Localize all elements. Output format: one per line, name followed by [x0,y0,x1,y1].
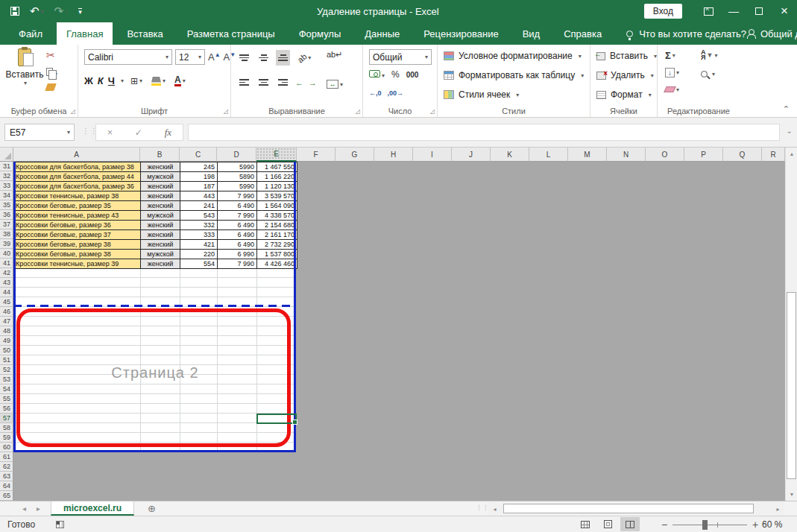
collapse-ribbon-button[interactable]: ⌃ [783,104,790,114]
increase-indent-button[interactable]: → [309,78,317,87]
dialog-launcher-icon[interactable]: ◿ [430,108,435,115]
font-color-button[interactable]: А▾ [172,73,188,89]
cell[interactable]: 5990 [218,182,257,191]
cell[interactable]: 2 732 290 [257,240,297,250]
zoom-in-button[interactable]: + [752,519,759,531]
delete-cells-button[interactable]: Удалить▾ [590,66,657,85]
number-format-combo[interactable]: Общий▾ [369,49,432,65]
row-header-34[interactable]: 34 [0,191,13,200]
page-layout-view-button[interactable] [598,517,617,531]
column-header-M[interactable]: M [568,148,607,162]
cell[interactable]: женский [141,259,180,269]
tab-scroll-splitter[interactable]: ⋮⋮ [476,504,489,511]
sheet-tab-active[interactable]: microexcel.ru [51,501,134,516]
share-button[interactable]: Общий доступ [746,22,797,45]
cell[interactable]: 2 154 680 [257,221,297,230]
conditional-formatting-button[interactable]: Условное форматирование▾ [438,46,590,66]
ribbon-display-options-button[interactable] [696,0,721,22]
sort-filter-button[interactable]: АЯ▼▾ [701,48,717,62]
vertical-scrollbar[interactable]: ▲ ▼ [785,148,797,501]
cell[interactable]: мужской [141,172,180,182]
row-header-50[interactable]: 50 [0,346,13,355]
cell[interactable]: 1 467 550 [257,162,297,172]
italic-button[interactable]: К [98,75,104,86]
zoom-level-label[interactable]: 60 % [762,519,782,530]
cell[interactable]: 245 [180,162,218,172]
normal-view-button[interactable] [576,517,595,531]
column-header-A[interactable]: A [13,148,140,162]
ribbon-tab[interactable]: Формулы [289,22,351,45]
cell[interactable]: 554 [180,259,218,269]
ribbon-tab[interactable]: Главная [57,22,113,45]
row-header-43[interactable]: 43 [0,278,13,288]
row-header-65[interactable]: 65 [0,491,13,501]
close-button[interactable]: × [772,0,797,22]
accounting-format-button[interactable]: ▾ [369,69,385,80]
ribbon-tab[interactable]: Справка [554,22,611,45]
row-header-46[interactable]: 46 [0,307,13,317]
column-header-C[interactable]: C [180,148,217,162]
cell[interactable]: Кроссовки беговые, размер 35 [14,201,141,211]
ribbon-tab[interactable]: Вид [513,22,550,45]
sign-in-button[interactable]: Вход [644,4,682,19]
copy-button[interactable]: ▾ [46,66,57,79]
cell[interactable]: 6 490 [218,221,257,230]
align-top-button[interactable] [237,50,251,66]
zoom-slider-thumb[interactable] [702,520,708,530]
row-header-62[interactable]: 62 [0,462,13,472]
row-header-36[interactable]: 36 [0,210,13,220]
prev-sheet-button[interactable]: ◂ [22,504,26,513]
vertical-scroll-thumb[interactable] [787,292,796,479]
cell[interactable]: Кроссовки для баскетбола, размер 36 [14,182,141,191]
new-sheet-button[interactable]: ⊕ [134,501,169,516]
cell[interactable]: Кроссовки теннисные, размер 43 [14,211,141,221]
name-box[interactable]: E57 ▾ [4,124,75,141]
zoom-slider[interactable] [672,519,747,530]
column-header-G[interactable]: G [336,148,374,162]
page-break-dashed-line[interactable] [13,305,296,307]
decrease-indent-button[interactable]: ← [295,78,303,87]
format-painter-button[interactable] [45,83,57,91]
row-header-47[interactable]: 47 [0,317,13,326]
underline-button[interactable]: Ч [108,75,115,86]
cell[interactable]: 333 [180,230,218,240]
column-header-R[interactable]: R [762,148,785,162]
cell[interactable]: 543 [180,211,218,221]
cell[interactable]: 443 [180,191,218,201]
qat-customize-button[interactable]: ▾ [78,8,82,15]
scroll-up-button[interactable]: ▲ [786,148,797,160]
cell[interactable]: Кроссовки для баскетбола, размер 44 [14,172,141,182]
row-header-55[interactable]: 55 [0,394,13,404]
align-bottom-button[interactable] [276,50,290,66]
macro-record-icon[interactable] [56,521,64,528]
row-header-54[interactable]: 54 [0,384,13,394]
font-name-combo[interactable]: Calibri▾ [84,49,172,65]
ribbon-tab[interactable]: Рецензирование [414,22,508,45]
next-sheet-button[interactable]: ▸ [37,504,40,513]
orientation-button[interactable]: ab▾ [295,50,313,66]
enter-button[interactable]: ✓ [135,127,142,138]
row-header-32[interactable]: 32 [0,171,13,181]
bold-button[interactable]: Ж [84,75,93,86]
horizontal-scroll-thumb[interactable] [503,504,754,513]
cell[interactable]: 7 990 [218,211,257,221]
cell[interactable]: 1 564 090 [257,201,297,211]
column-header-H[interactable]: H [374,148,413,162]
align-middle-button[interactable] [256,50,271,66]
row-header-39[interactable]: 39 [0,239,13,249]
ribbon-tab[interactable]: Файл [9,22,52,45]
row-header-61[interactable]: 61 [0,452,13,462]
column-header-Q[interactable]: Q [723,148,762,162]
cell[interactable]: 4 338 570 [257,211,297,221]
row-header-58[interactable]: 58 [0,423,13,433]
cell[interactable]: Кроссовки беговые, размер 37 [14,230,141,240]
minimize-button[interactable]: — [721,0,746,22]
comma-style-button[interactable]: 000 [406,71,419,79]
column-header-J[interactable]: J [452,148,491,162]
cell[interactable]: Кроссовки беговые, размер 38 [14,240,141,250]
cell[interactable]: 2 161 170 [257,230,297,240]
page-break-preview-button[interactable] [620,517,640,531]
autosum-button[interactable]: Σ▾ [665,48,679,62]
cancel-button[interactable]: × [107,127,113,138]
fill-button[interactable]: ↓▾ [665,66,679,79]
